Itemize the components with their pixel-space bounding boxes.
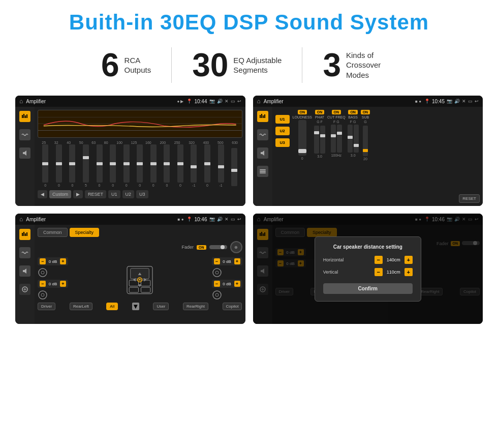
amp-area: U1 U2 U3 ON LOUDNESS 0 <box>272 107 483 206</box>
sidebar-vol-icon[interactable] <box>19 147 30 159</box>
screen2-sidebar-wave[interactable] <box>257 129 268 140</box>
sub-slider[interactable] <box>363 126 368 156</box>
eq-u3-btn[interactable]: U3 <box>136 190 148 198</box>
tab-specialty[interactable]: Specialty <box>70 228 100 237</box>
eq-slider-13[interactable]: 0 <box>204 144 210 187</box>
stat-eq-number: 30 <box>192 49 228 81</box>
db-plus-1[interactable]: + <box>60 258 66 264</box>
status-time-2: 10:45 <box>432 99 445 104</box>
cutfreq-sliders <box>331 125 342 153</box>
screen3-sidebar-vol[interactable] <box>19 265 30 277</box>
volume-icon-3: 🔊 <box>217 217 223 222</box>
eq-u1-btn[interactable]: U1 <box>108 190 120 198</box>
screen1-body: 25 32 40 50 63 80 100 125 160 200 250 32… <box>15 107 245 206</box>
eq-custom-btn[interactable]: Custom <box>49 190 71 198</box>
sidebar-wave-icon[interactable] <box>19 129 30 140</box>
rearright-btn[interactable]: RearRight <box>183 303 208 310</box>
horizontal-minus-btn[interactable]: − <box>375 256 383 264</box>
db-minus-1[interactable]: − <box>40 258 46 264</box>
db-plus-3[interactable]: + <box>234 258 240 264</box>
eq-slider-11[interactable]: 0 <box>177 144 183 187</box>
horizontal-plus-btn[interactable]: + <box>404 256 413 264</box>
back-icon-1[interactable]: ↩ <box>237 99 241 104</box>
copilot-btn[interactable]: Copilot <box>223 303 242 310</box>
eq-slider-1[interactable]: 0 <box>42 144 48 187</box>
eq-slider-10[interactable]: 0 <box>164 144 170 187</box>
fader-on-badge[interactable]: ON <box>197 245 206 250</box>
vertical-control: − 110cm + <box>375 268 413 276</box>
amp-u3-btn[interactable]: U3 <box>275 138 290 147</box>
screen2-sidebar-extra[interactable] <box>257 166 268 177</box>
tab-common[interactable]: Common <box>38 228 68 237</box>
vertical-plus-btn[interactable]: + <box>404 268 413 276</box>
db-value-3: 0 dB <box>222 259 233 264</box>
eq-slider-15[interactable] <box>231 148 237 187</box>
bass-slider2[interactable] <box>354 125 359 153</box>
eq-play-btn[interactable]: ▶ <box>73 190 83 198</box>
eq-slider-14[interactable]: -1 <box>218 144 224 187</box>
eq-slider-5[interactable]: 0 <box>97 144 103 187</box>
vertical-minus-btn[interactable]: − <box>375 268 383 276</box>
screen3-sidebar-expand[interactable] <box>19 284 30 295</box>
user-btn[interactable]: User <box>153 303 169 310</box>
eq-slider-3[interactable]: 0 <box>69 144 75 187</box>
svg-point-27 <box>41 293 44 296</box>
bass-slider1[interactable] <box>348 125 353 153</box>
phat-slider-g[interactable] <box>314 126 319 154</box>
all-btn[interactable]: All <box>106 303 118 310</box>
phat-sliders <box>314 126 325 154</box>
screen3-sidebar-eq[interactable] <box>19 229 30 240</box>
phat-on[interactable]: ON <box>315 110 325 114</box>
cutfreq-on[interactable]: ON <box>332 110 341 114</box>
amp-u1-btn[interactable]: U1 <box>275 115 290 124</box>
phat-slider-f[interactable] <box>320 126 325 154</box>
status-bar-2: ⌂ Amplifier ■ ● 📍 10:45 📷 🔊 ✕ ▭ ↩ <box>253 96 483 107</box>
eq-slider-8[interactable]: 0 <box>137 144 143 187</box>
sub-g: G <box>364 120 366 124</box>
screen2-sidebar-eq[interactable] <box>257 111 268 122</box>
db-plus-2[interactable]: + <box>60 281 66 287</box>
eq-prev-btn[interactable]: ◀ <box>38 190 47 198</box>
db-plus-4[interactable]: + <box>234 281 240 287</box>
db-value-4: 0 dB <box>222 282 233 286</box>
home-icon-2[interactable]: ⌂ <box>257 98 261 105</box>
back-icon-3[interactable]: ↩ <box>237 217 241 222</box>
cutfreq-slider2[interactable] <box>337 125 342 153</box>
speaker-icon-row-right <box>212 267 242 278</box>
fader-knob[interactable]: ⊕ <box>230 241 242 253</box>
back-icon-2[interactable]: ↩ <box>475 99 479 104</box>
amp-reset-btn[interactable]: RESET <box>459 194 480 203</box>
eq-slider-2[interactable]: 0 <box>56 144 62 187</box>
rearleft-btn[interactable]: RearLeft <box>70 303 92 310</box>
sub-on[interactable]: ON <box>361 110 370 114</box>
confirm-button[interactable]: Confirm <box>323 283 413 294</box>
home-icon-3[interactable]: ⌂ <box>19 216 23 223</box>
down-arrow-btn[interactable]: ▼ <box>132 303 139 310</box>
db-minus-2[interactable]: − <box>40 281 46 287</box>
loudness-slider[interactable] <box>298 120 306 156</box>
db-control-bottomleft: − 0 dB + <box>38 280 68 288</box>
cutfreq-slider1[interactable] <box>331 125 336 153</box>
amp-u2-btn[interactable]: U2 <box>275 127 290 135</box>
eq-slider-12[interactable]: -1 <box>191 144 197 187</box>
eq-reset-btn[interactable]: RESET <box>85 190 106 198</box>
screen3-sidebar-wave[interactable] <box>19 247 30 258</box>
screen2-sidebar-vol[interactable] <box>257 147 268 159</box>
loudness-on[interactable]: ON <box>298 110 307 114</box>
eq-u2-btn[interactable]: U2 <box>122 190 135 198</box>
sidebar-eq-icon[interactable] <box>19 111 30 122</box>
eq-slider-4[interactable]: 5 <box>83 144 89 187</box>
eq-slider-9[interactable]: 0 <box>150 144 157 187</box>
stat-eq: 30 EQ Adjustable Segments <box>172 49 302 81</box>
fader-slider[interactable] <box>209 245 227 249</box>
home-icon-1[interactable]: ⌂ <box>19 98 23 105</box>
amp-channels: ON LOUDNESS 0 ON PHAT GF <box>293 110 456 203</box>
eq-slider-7[interactable]: 0 <box>123 144 130 187</box>
status-time-3: 10:46 <box>194 217 207 222</box>
db-minus-4[interactable]: − <box>214 281 220 287</box>
eq-graph <box>38 110 242 138</box>
eq-slider-6[interactable]: 0 <box>110 144 116 187</box>
driver-btn[interactable]: Driver <box>38 303 55 310</box>
bass-on[interactable]: ON <box>348 110 358 114</box>
db-minus-3[interactable]: − <box>214 258 220 264</box>
